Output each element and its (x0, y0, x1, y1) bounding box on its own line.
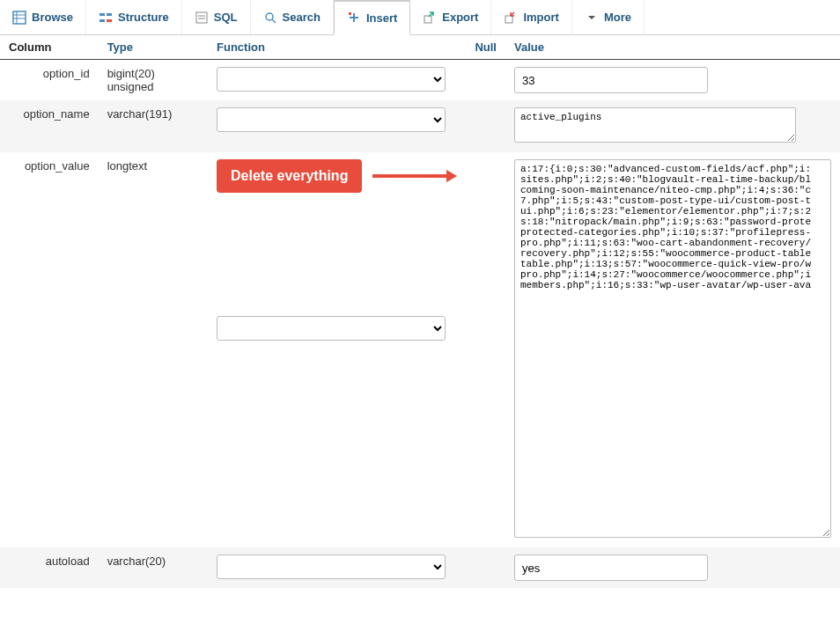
svg-rect-14 (350, 17, 358, 18)
browse-icon (12, 11, 26, 25)
value-input[interactable] (514, 555, 708, 581)
column-name: option_name (0, 100, 99, 152)
function-select[interactable] (217, 555, 446, 579)
svg-rect-6 (99, 19, 105, 22)
insert-form-table: Column Type Function Null Value option_i… (0, 35, 840, 588)
header-column: Column (0, 35, 99, 60)
svg-marker-19 (446, 170, 457, 182)
column-name: option_id (0, 60, 99, 101)
svg-point-11 (266, 13, 273, 20)
header-value: Value (505, 35, 840, 60)
sql-icon (195, 11, 209, 25)
chevron-down-icon (585, 11, 599, 25)
function-select[interactable] (217, 67, 446, 92)
tab-export[interactable]: Export (410, 0, 491, 34)
svg-rect-0 (13, 11, 26, 24)
svg-rect-15 (349, 12, 351, 15)
arrow-icon (372, 167, 457, 185)
import-icon (504, 11, 518, 25)
svg-rect-5 (107, 13, 112, 16)
column-name: autoload (0, 547, 99, 588)
tab-search[interactable]: Search (251, 0, 334, 34)
tab-insert[interactable]: Insert (334, 0, 410, 35)
table-row: option_name varchar(191) (0, 100, 840, 152)
tab-label: Insert (366, 11, 397, 25)
table-row: option_id bigint(20) unsigned (0, 60, 840, 101)
search-icon (263, 11, 277, 25)
header-null: Null (466, 35, 505, 60)
svg-line-12 (272, 19, 276, 23)
insert-icon (347, 11, 361, 25)
column-type: longtext (99, 152, 208, 547)
export-icon (423, 11, 437, 25)
header-function: Function (208, 35, 466, 60)
svg-rect-4 (99, 13, 105, 16)
svg-rect-8 (196, 12, 207, 23)
tab-sql[interactable]: SQL (182, 0, 251, 34)
callout-badge: Delete everything (217, 159, 362, 193)
tab-label: Browse (32, 11, 73, 24)
tab-label: Import (523, 11, 558, 24)
value-textarea[interactable] (514, 159, 831, 538)
tab-browse[interactable]: Browse (0, 0, 86, 34)
table-row: option_value longtext Delete everything (0, 152, 840, 547)
tab-label: Search (283, 11, 321, 24)
svg-rect-7 (107, 19, 112, 22)
tab-structure[interactable]: Structure (86, 0, 182, 34)
tab-label: More (604, 11, 631, 24)
function-select[interactable] (217, 316, 446, 341)
column-type: varchar(20) (99, 547, 208, 588)
column-name: option_value (0, 152, 99, 547)
column-type: varchar(191) (99, 100, 208, 152)
table-row: autoload varchar(20) (0, 547, 840, 588)
structure-icon (99, 11, 113, 25)
header-type: Type (99, 35, 208, 60)
svg-rect-16 (424, 16, 431, 23)
tab-label: Structure (118, 11, 169, 24)
tab-import[interactable]: Import (491, 0, 571, 34)
tab-label: Export (442, 11, 478, 24)
function-select[interactable] (217, 107, 446, 132)
tab-bar: Browse Structure SQL Search Insert Expor… (0, 0, 840, 35)
column-type: bigint(20) unsigned (99, 60, 208, 101)
value-textarea[interactable] (514, 107, 796, 143)
tab-more[interactable]: More (572, 0, 645, 34)
tab-label: SQL (214, 11, 238, 24)
value-input[interactable] (514, 67, 708, 93)
svg-rect-17 (505, 16, 512, 23)
